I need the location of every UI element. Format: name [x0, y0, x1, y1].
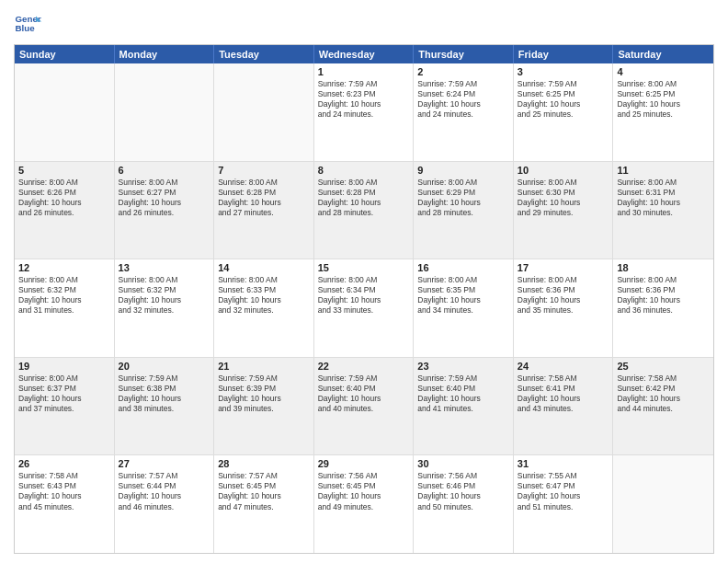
day-number: 14: [218, 262, 310, 273]
day-cell-12: 12Sunrise: 8:00 AM Sunset: 6:32 PM Dayli…: [15, 259, 115, 357]
calendar-row-3: 19Sunrise: 8:00 AM Sunset: 6:37 PM Dayli…: [15, 358, 713, 456]
day-number: 24: [518, 361, 609, 372]
day-info: Sunrise: 7:56 AM Sunset: 6:45 PM Dayligh…: [318, 471, 410, 511]
day-info: Sunrise: 8:00 AM Sunset: 6:36 PM Dayligh…: [617, 275, 710, 316]
weekday-header-wednesday: Wednesday: [314, 45, 415, 63]
day-cell-6: 6Sunrise: 8:00 AM Sunset: 6:27 PM Daylig…: [115, 162, 215, 259]
day-number: 31: [518, 458, 609, 469]
day-cell-20: 20Sunrise: 7:59 AM Sunset: 6:38 PM Dayli…: [115, 358, 215, 455]
day-info: Sunrise: 8:00 AM Sunset: 6:33 PM Dayligh…: [218, 275, 310, 316]
svg-text:Blue: Blue: [16, 23, 36, 33]
day-number: 13: [119, 262, 210, 273]
day-cell-16: 16Sunrise: 8:00 AM Sunset: 6:35 PM Dayli…: [414, 259, 514, 357]
day-number: 1: [318, 66, 410, 77]
day-cell-30: 30Sunrise: 7:56 AM Sunset: 6:46 PM Dayli…: [414, 455, 514, 553]
day-info: Sunrise: 8:00 AM Sunset: 6:26 PM Dayligh…: [18, 178, 110, 218]
day-number: 15: [318, 262, 410, 273]
day-cell-25: 25Sunrise: 7:58 AM Sunset: 6:42 PM Dayli…: [613, 358, 713, 455]
day-info: Sunrise: 8:00 AM Sunset: 6:30 PM Dayligh…: [518, 178, 609, 218]
day-info: Sunrise: 8:00 AM Sunset: 6:36 PM Dayligh…: [518, 275, 609, 316]
day-cell-8: 8Sunrise: 8:00 AM Sunset: 6:28 PM Daylig…: [314, 162, 415, 259]
weekday-header-monday: Monday: [115, 45, 215, 63]
calendar-header: SundayMondayTuesdayWednesdayThursdayFrid…: [15, 45, 713, 63]
day-cell-21: 21Sunrise: 7:59 AM Sunset: 6:39 PM Dayli…: [214, 358, 314, 455]
day-number: 4: [617, 66, 710, 77]
day-cell-27: 27Sunrise: 7:57 AM Sunset: 6:44 PM Dayli…: [115, 455, 215, 553]
day-cell-1: 1Sunrise: 7:59 AM Sunset: 6:23 PM Daylig…: [314, 63, 415, 161]
day-number: 11: [617, 165, 710, 176]
day-cell-13: 13Sunrise: 8:00 AM Sunset: 6:32 PM Dayli…: [115, 259, 215, 357]
day-number: 3: [518, 66, 609, 77]
day-info: Sunrise: 8:00 AM Sunset: 6:31 PM Dayligh…: [617, 178, 710, 218]
day-info: Sunrise: 7:59 AM Sunset: 6:39 PM Dayligh…: [218, 373, 310, 414]
day-info: Sunrise: 7:58 AM Sunset: 6:41 PM Dayligh…: [518, 373, 609, 414]
day-cell-28: 28Sunrise: 7:57 AM Sunset: 6:45 PM Dayli…: [214, 455, 314, 553]
day-info: Sunrise: 7:59 AM Sunset: 6:40 PM Dayligh…: [417, 373, 509, 414]
day-cell-2: 2Sunrise: 7:59 AM Sunset: 6:24 PM Daylig…: [414, 63, 514, 161]
logo-icon: General Blue: [14, 9, 41, 37]
day-number: 9: [417, 165, 509, 176]
day-number: 5: [18, 165, 110, 176]
day-number: 23: [417, 361, 509, 372]
calendar-grid: SundayMondayTuesdayWednesdayThursdayFrid…: [14, 44, 714, 554]
day-number: 16: [417, 262, 509, 273]
day-info: Sunrise: 8:00 AM Sunset: 6:35 PM Dayligh…: [417, 275, 509, 316]
day-cell-9: 9Sunrise: 8:00 AM Sunset: 6:29 PM Daylig…: [414, 162, 514, 259]
day-number: 6: [119, 165, 210, 176]
day-info: Sunrise: 8:00 AM Sunset: 6:28 PM Dayligh…: [318, 178, 410, 218]
day-number: 10: [518, 165, 609, 176]
calendar-row-2: 12Sunrise: 8:00 AM Sunset: 6:32 PM Dayli…: [15, 259, 713, 358]
logo: General Blue: [14, 9, 41, 37]
day-cell-14: 14Sunrise: 8:00 AM Sunset: 6:33 PM Dayli…: [214, 259, 314, 357]
day-info: Sunrise: 8:00 AM Sunset: 6:37 PM Dayligh…: [18, 373, 110, 414]
day-info: Sunrise: 8:00 AM Sunset: 6:32 PM Dayligh…: [119, 275, 210, 316]
day-info: Sunrise: 8:00 AM Sunset: 6:29 PM Dayligh…: [417, 178, 509, 218]
empty-cell: [15, 63, 115, 161]
day-info: Sunrise: 8:00 AM Sunset: 6:34 PM Dayligh…: [318, 275, 410, 316]
day-info: Sunrise: 8:00 AM Sunset: 6:32 PM Dayligh…: [18, 275, 110, 316]
empty-cell: [613, 455, 713, 553]
day-info: Sunrise: 7:59 AM Sunset: 6:38 PM Dayligh…: [119, 373, 210, 414]
day-info: Sunrise: 7:57 AM Sunset: 6:45 PM Dayligh…: [218, 471, 310, 511]
weekday-header-sunday: Sunday: [15, 45, 115, 63]
empty-cell: [214, 63, 314, 161]
page-header: General Blue: [14, 9, 714, 37]
day-number: 19: [18, 361, 110, 372]
day-number: 12: [18, 262, 110, 273]
day-cell-23: 23Sunrise: 7:59 AM Sunset: 6:40 PM Dayli…: [414, 358, 514, 455]
calendar-body: 1Sunrise: 7:59 AM Sunset: 6:23 PM Daylig…: [15, 63, 713, 553]
day-number: 21: [218, 361, 310, 372]
day-number: 18: [617, 262, 710, 273]
day-info: Sunrise: 7:59 AM Sunset: 6:25 PM Dayligh…: [518, 79, 609, 120]
day-info: Sunrise: 7:58 AM Sunset: 6:42 PM Dayligh…: [617, 373, 710, 414]
day-number: 22: [318, 361, 410, 372]
day-info: Sunrise: 7:58 AM Sunset: 6:43 PM Dayligh…: [18, 471, 110, 511]
day-cell-3: 3Sunrise: 7:59 AM Sunset: 6:25 PM Daylig…: [514, 63, 614, 161]
day-info: Sunrise: 8:00 AM Sunset: 6:27 PM Dayligh…: [119, 178, 210, 218]
day-cell-17: 17Sunrise: 8:00 AM Sunset: 6:36 PM Dayli…: [514, 259, 614, 357]
day-cell-19: 19Sunrise: 8:00 AM Sunset: 6:37 PM Dayli…: [15, 358, 115, 455]
day-cell-31: 31Sunrise: 7:55 AM Sunset: 6:47 PM Dayli…: [514, 455, 614, 553]
day-number: 27: [119, 458, 210, 469]
day-cell-26: 26Sunrise: 7:58 AM Sunset: 6:43 PM Dayli…: [15, 455, 115, 553]
day-cell-22: 22Sunrise: 7:59 AM Sunset: 6:40 PM Dayli…: [314, 358, 415, 455]
day-info: Sunrise: 8:00 AM Sunset: 6:25 PM Dayligh…: [617, 79, 710, 120]
day-info: Sunrise: 7:59 AM Sunset: 6:40 PM Dayligh…: [318, 373, 410, 414]
day-number: 8: [318, 165, 410, 176]
weekday-header-saturday: Saturday: [613, 45, 713, 63]
day-cell-24: 24Sunrise: 7:58 AM Sunset: 6:41 PM Dayli…: [514, 358, 614, 455]
day-cell-4: 4Sunrise: 8:00 AM Sunset: 6:25 PM Daylig…: [613, 63, 713, 161]
day-number: 2: [417, 66, 509, 77]
day-info: Sunrise: 7:59 AM Sunset: 6:24 PM Dayligh…: [417, 79, 509, 120]
weekday-header-friday: Friday: [514, 45, 614, 63]
calendar-row-4: 26Sunrise: 7:58 AM Sunset: 6:43 PM Dayli…: [15, 455, 713, 553]
day-cell-5: 5Sunrise: 8:00 AM Sunset: 6:26 PM Daylig…: [15, 162, 115, 259]
calendar-row-1: 5Sunrise: 8:00 AM Sunset: 6:26 PM Daylig…: [15, 162, 713, 260]
day-cell-7: 7Sunrise: 8:00 AM Sunset: 6:28 PM Daylig…: [214, 162, 314, 259]
calendar-page: General Blue SundayMondayTuesdayWednesda…: [0, 0, 728, 563]
day-number: 25: [617, 361, 710, 372]
day-number: 28: [218, 458, 310, 469]
day-number: 17: [518, 262, 609, 273]
day-info: Sunrise: 7:55 AM Sunset: 6:47 PM Dayligh…: [518, 471, 609, 511]
day-number: 7: [218, 165, 310, 176]
